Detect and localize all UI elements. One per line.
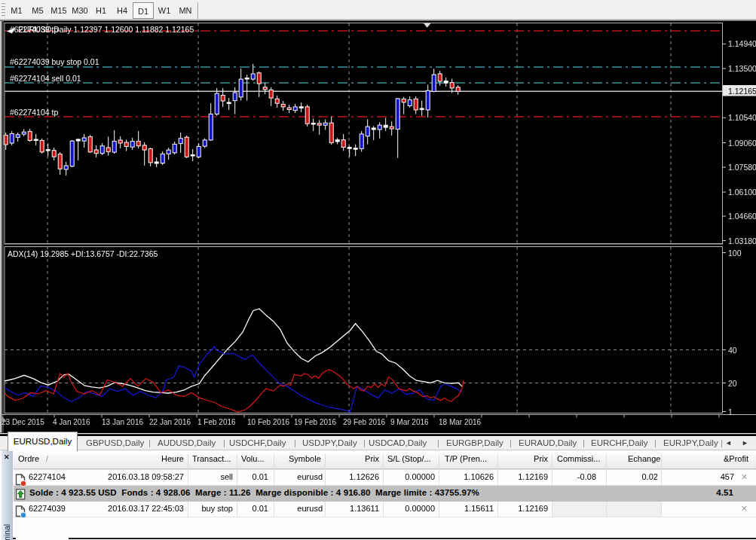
svg-text:23 Dec 2015: 23 Dec 2015 xyxy=(2,418,44,426)
svg-text:1.06100: 1.06100 xyxy=(728,188,756,197)
svg-text:10 Feb 2016: 10 Feb 2016 xyxy=(247,418,290,426)
svg-text:#62274039 buy stop 0.01: #62274039 buy stop 0.01 xyxy=(10,57,99,66)
svg-text:1.13500: 1.13500 xyxy=(728,64,756,73)
svg-text:EURUSD,Daily 1.12397 1.12600: EURUSD,Daily 1.12397 1.12600 1.11882 1.1… xyxy=(18,25,194,34)
svg-text:ADX(14) 19.2985 +DI:13.6757 -D: ADX(14) 19.2985 +DI:13.6757 -DI:22.7365 xyxy=(8,249,158,258)
svg-text:13 Jan 2016: 13 Jan 2016 xyxy=(102,418,143,426)
svg-text:1.12165: 1.12165 xyxy=(728,87,756,96)
svg-text:1 Feb 2016: 1 Feb 2016 xyxy=(197,418,236,426)
svg-text:#62274104 sell 0.01: #62274104 sell 0.01 xyxy=(10,74,81,83)
svg-text:1: 1 xyxy=(728,407,733,416)
svg-text:1.07580: 1.07580 xyxy=(728,163,756,172)
svg-text:19 Feb 2016: 19 Feb 2016 xyxy=(294,418,337,426)
svg-text:1.04660: 1.04660 xyxy=(728,212,756,221)
svg-text:20: 20 xyxy=(728,379,737,388)
svg-text:100: 100 xyxy=(728,249,742,258)
svg-text:22 Jan 2016: 22 Jan 2016 xyxy=(149,418,191,426)
svg-text:#62274104 tp: #62274104 tp xyxy=(10,108,58,117)
svg-text:40: 40 xyxy=(728,346,737,355)
svg-text:9 Mar 2016: 9 Mar 2016 xyxy=(390,418,429,426)
svg-text:18 Mar 2016: 18 Mar 2016 xyxy=(439,418,482,426)
svg-text:1.09060: 1.09060 xyxy=(728,139,756,148)
svg-text:1.10540: 1.10540 xyxy=(728,113,756,122)
svg-text:1.03180: 1.03180 xyxy=(728,236,756,246)
svg-text:1.14940: 1.14940 xyxy=(728,39,756,48)
svg-text:4 Jan 2016: 4 Jan 2016 xyxy=(53,418,90,426)
svg-text:29 Feb 2016: 29 Feb 2016 xyxy=(343,418,386,426)
